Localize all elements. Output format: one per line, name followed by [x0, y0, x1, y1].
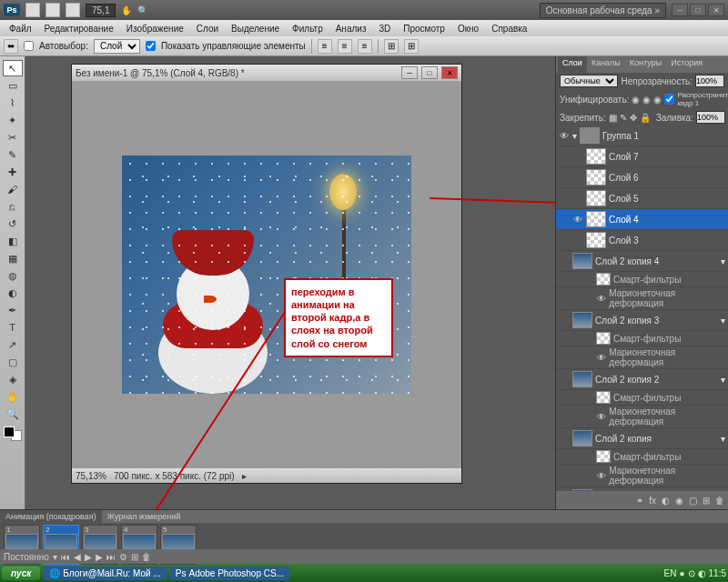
last-frame-icon[interactable]: ⏭	[106, 552, 116, 562]
menu-edit[interactable]: Редактирование	[39, 22, 119, 35]
visibility-icon[interactable]	[559, 315, 570, 326]
layer-row[interactable]: Слой 5	[556, 188, 728, 209]
menu-view[interactable]: Просмотр	[398, 22, 450, 35]
doc-maximize-icon[interactable]: □	[421, 66, 438, 79]
unify-icon[interactable]: ◉	[642, 95, 651, 105]
unify-icon[interactable]: ◉	[632, 95, 640, 105]
shape-tool[interactable]: ▢	[3, 354, 23, 370]
lock-icon[interactable]: ✥	[630, 113, 637, 123]
document-titlebar[interactable]: Без имени-1 @ 75,1% (Слой 4, RGB/8) * ─ …	[72, 65, 461, 81]
task-item[interactable]: PsAdobe Photoshop CS...	[170, 567, 289, 580]
menu-filter[interactable]: Фильтр	[287, 22, 329, 35]
menu-help[interactable]: Справка	[486, 22, 532, 35]
3d-tool[interactable]: ◈	[3, 371, 23, 387]
visibility-icon[interactable]: 👁	[572, 214, 583, 225]
effect-row[interactable]: 👁Марионеточная деформация	[556, 406, 728, 428]
layer-row-selected[interactable]: 👁Слой 4	[556, 209, 728, 230]
tween-icon[interactable]: ⚙	[119, 552, 127, 562]
fx-icon[interactable]: fx	[649, 496, 656, 506]
new-frame-icon[interactable]: ⊞	[131, 552, 138, 562]
align-icon[interactable]: ≡	[358, 39, 372, 54]
visibility-icon[interactable]	[572, 172, 583, 183]
menu-window[interactable]: Окно	[452, 22, 484, 35]
visibility-icon[interactable]	[572, 235, 583, 246]
menu-select[interactable]: Выделение	[226, 22, 285, 35]
lock-icon[interactable]: ✎	[620, 113, 627, 123]
heal-tool[interactable]: ✚	[3, 164, 23, 180]
visibility-icon[interactable]: 👁	[559, 130, 570, 141]
workspace-switcher[interactable]: Основная рабочая среда »	[540, 3, 666, 18]
unify-icon[interactable]: ◉	[653, 95, 662, 105]
close-icon[interactable]: ✕	[708, 4, 724, 16]
tab-channels[interactable]: Каналы	[587, 56, 625, 73]
visibility-icon[interactable]	[572, 193, 583, 204]
prev-frame-icon[interactable]: ◀	[74, 552, 81, 562]
view-icon[interactable]: ▦	[66, 3, 80, 17]
task-item[interactable]: 🌐Блоги@Mail.Ru: Мой ...	[44, 567, 167, 580]
smart-filters-row[interactable]: Смарт-фильтры	[556, 390, 728, 406]
loop-select[interactable]: Постоянно	[4, 552, 49, 562]
propagate-checkbox[interactable]	[664, 93, 674, 105]
effect-row[interactable]: 👁Марионеточная деформация	[556, 346, 728, 369]
tab-paths[interactable]: Контуры	[625, 56, 666, 73]
bridge-icon[interactable]: Br	[25, 3, 40, 17]
adjustment-icon[interactable]: ◉	[675, 496, 683, 506]
align-icon[interactable]: ≡	[338, 39, 352, 54]
layer-row[interactable]: Слой 2 копия▾	[556, 428, 728, 449]
play-icon[interactable]: ▶	[85, 552, 92, 562]
blend-mode-select[interactable]: Обычные	[560, 75, 618, 87]
layer-row[interactable]: Слой 7	[556, 146, 728, 167]
first-frame-icon[interactable]: ⏮	[61, 552, 70, 562]
smart-filters-row[interactable]: Смарт-фильтры	[556, 331, 728, 346]
tab-layers[interactable]: Слои	[558, 56, 587, 73]
layer-group[interactable]: 👁▾Группа 1	[556, 125, 728, 146]
layer-row[interactable]: Слой 2 копия 4▾	[556, 251, 728, 272]
autoselect-target[interactable]: Слой	[94, 39, 140, 54]
visibility-icon[interactable]	[572, 151, 583, 162]
doc-minimize-icon[interactable]: ─	[401, 66, 418, 79]
visibility-icon[interactable]	[559, 433, 570, 444]
hand-tool[interactable]: ✋	[3, 388, 23, 405]
folder-icon[interactable]: ▢	[689, 496, 697, 506]
visibility-icon[interactable]	[559, 256, 570, 266]
menu-image[interactable]: Изображение	[121, 22, 189, 35]
system-tray[interactable]: EN ●⊙◐ 11:5	[664, 568, 726, 578]
show-controls-checkbox[interactable]	[146, 41, 156, 51]
tab-measurement[interactable]: Журнал измерений	[102, 510, 187, 523]
effect-row[interactable]: 👁Марионеточная деформация	[556, 465, 728, 487]
lang-indicator[interactable]: EN	[664, 568, 677, 578]
next-frame-icon[interactable]: ▶	[96, 552, 103, 562]
delete-frame-icon[interactable]: 🗑	[142, 552, 151, 562]
move-tool-icon[interactable]: ⬌	[4, 39, 18, 54]
new-layer-icon[interactable]: ⊞	[703, 496, 710, 506]
start-button[interactable]: пуск	[2, 567, 40, 580]
move-tool[interactable]: ↖	[3, 60, 23, 76]
layer-row[interactable]: Слой 6	[556, 167, 728, 188]
marquee-tool[interactable]: ▭	[3, 77, 23, 94]
lock-icon[interactable]: 🔒	[640, 113, 651, 123]
pen-tool[interactable]: ✒	[3, 302, 23, 318]
lasso-tool[interactable]: ⌇	[3, 95, 23, 111]
color-swatch[interactable]	[4, 426, 22, 441]
tray-icon[interactable]: ●	[679, 568, 684, 578]
zoom-field[interactable]: 75,1	[86, 4, 116, 17]
eraser-tool[interactable]: ◧	[3, 233, 23, 249]
menu-analysis[interactable]: Анализ	[330, 22, 372, 35]
stamp-tool[interactable]: ⎌	[3, 198, 23, 215]
mini-bridge-icon[interactable]: Mb	[46, 3, 60, 17]
minimize-icon[interactable]: ─	[672, 4, 688, 16]
visibility-icon[interactable]	[559, 374, 570, 385]
eyedropper-tool[interactable]: ✎	[3, 146, 23, 163]
distribute-icon[interactable]: ⊞	[404, 39, 419, 54]
smart-filters-row[interactable]: Смарт-фильтры	[556, 449, 728, 465]
dodge-tool[interactable]: ◐	[3, 285, 23, 301]
maximize-icon[interactable]: □	[690, 4, 706, 16]
opacity-input[interactable]	[695, 75, 724, 87]
hand-icon[interactable]: ✋	[121, 5, 132, 15]
align-icon[interactable]: ≡	[318, 39, 332, 54]
crop-tool[interactable]: ✂	[3, 129, 23, 146]
blur-tool[interactable]: ◍	[3, 267, 23, 284]
tray-icon[interactable]: ⊙	[688, 568, 695, 578]
tab-animation[interactable]: Анимация (покадровая)	[0, 510, 102, 523]
smart-filters-row[interactable]: Смарт-фильтры	[556, 272, 728, 287]
